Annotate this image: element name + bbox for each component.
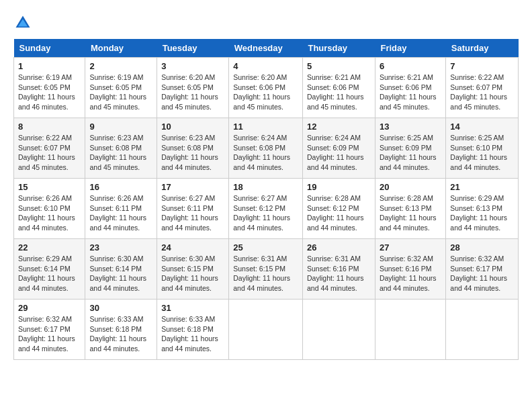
day-info: Sunrise: 6:20 AM Sunset: 6:05 PM Dayligh… — [161, 73, 224, 112]
day-number: 26 — [307, 242, 371, 253]
calendar-week-row: 1 Sunrise: 6:19 AM Sunset: 6:05 PM Dayli… — [14, 58, 519, 118]
day-number: 17 — [161, 182, 224, 192]
day-number: 24 — [161, 242, 224, 253]
day-info: Sunrise: 6:24 AM Sunset: 6:08 PM Dayligh… — [233, 133, 298, 173]
day-info: Sunrise: 6:26 AM Sunset: 6:11 PM Dayligh… — [89, 193, 152, 233]
day-info: Sunrise: 6:24 AM Sunset: 6:09 PM Dayligh… — [307, 133, 371, 173]
day-number: 28 — [450, 242, 514, 253]
calendar-header-sunday: Sunday — [14, 39, 85, 58]
day-info: Sunrise: 6:31 AM Sunset: 6:15 PM Dayligh… — [233, 254, 298, 293]
calendar-cell: 6 Sunrise: 6:21 AM Sunset: 6:06 PM Dayli… — [375, 58, 445, 118]
day-number: 9 — [89, 122, 152, 132]
day-number: 19 — [307, 182, 371, 192]
day-number: 1 — [18, 61, 81, 71]
calendar-header-monday: Monday — [85, 39, 157, 58]
day-info: Sunrise: 6:19 AM Sunset: 6:05 PM Dayligh… — [18, 73, 81, 112]
day-info: Sunrise: 6:31 AM Sunset: 6:16 PM Dayligh… — [307, 254, 371, 293]
day-info: Sunrise: 6:33 AM Sunset: 6:18 PM Dayligh… — [161, 314, 224, 354]
calendar-cell: 15 Sunrise: 6:26 AM Sunset: 6:10 PM Dayl… — [14, 179, 85, 239]
calendar-cell — [229, 300, 303, 360]
day-number: 22 — [18, 242, 81, 253]
day-number: 4 — [233, 61, 298, 71]
day-info: Sunrise: 6:26 AM Sunset: 6:10 PM Dayligh… — [18, 193, 81, 233]
calendar-cell: 29 Sunrise: 6:32 AM Sunset: 6:17 PM Dayl… — [14, 300, 85, 360]
calendar-week-row: 29 Sunrise: 6:32 AM Sunset: 6:17 PM Dayl… — [14, 300, 519, 360]
calendar-cell: 25 Sunrise: 6:31 AM Sunset: 6:15 PM Dayl… — [229, 239, 303, 300]
day-number: 29 — [18, 303, 81, 313]
calendar-header-tuesday: Tuesday — [157, 39, 229, 58]
day-number: 8 — [18, 122, 81, 132]
calendar-cell: 18 Sunrise: 6:27 AM Sunset: 6:12 PM Dayl… — [229, 179, 303, 239]
day-info: Sunrise: 6:27 AM Sunset: 6:11 PM Dayligh… — [161, 193, 224, 233]
day-number: 7 — [450, 61, 514, 71]
day-number: 6 — [380, 61, 441, 71]
day-number: 23 — [89, 242, 152, 253]
day-number: 15 — [18, 182, 81, 192]
calendar-cell — [446, 300, 519, 360]
calendar-week-row: 15 Sunrise: 6:26 AM Sunset: 6:10 PM Dayl… — [14, 179, 519, 239]
day-number: 27 — [380, 242, 441, 253]
day-info: Sunrise: 6:29 AM Sunset: 6:14 PM Dayligh… — [18, 254, 81, 293]
calendar-cell: 31 Sunrise: 6:33 AM Sunset: 6:18 PM Dayl… — [157, 300, 229, 360]
day-info: Sunrise: 6:21 AM Sunset: 6:06 PM Dayligh… — [380, 73, 441, 112]
day-number: 10 — [161, 122, 224, 132]
calendar-cell: 16 Sunrise: 6:26 AM Sunset: 6:11 PM Dayl… — [85, 179, 157, 239]
calendar-week-row: 8 Sunrise: 6:22 AM Sunset: 6:07 PM Dayli… — [14, 118, 519, 179]
calendar-cell: 9 Sunrise: 6:23 AM Sunset: 6:08 PM Dayli… — [85, 118, 157, 179]
calendar-cell: 17 Sunrise: 6:27 AM Sunset: 6:11 PM Dayl… — [157, 179, 229, 239]
calendar-cell: 10 Sunrise: 6:23 AM Sunset: 6:08 PM Dayl… — [157, 118, 229, 179]
day-info: Sunrise: 6:33 AM Sunset: 6:18 PM Dayligh… — [89, 314, 152, 354]
day-info: Sunrise: 6:23 AM Sunset: 6:08 PM Dayligh… — [161, 133, 224, 173]
day-info: Sunrise: 6:22 AM Sunset: 6:07 PM Dayligh… — [18, 133, 81, 173]
day-info: Sunrise: 6:27 AM Sunset: 6:12 PM Dayligh… — [233, 193, 298, 233]
calendar-cell: 21 Sunrise: 6:29 AM Sunset: 6:13 PM Dayl… — [446, 179, 519, 239]
calendar-cell: 22 Sunrise: 6:29 AM Sunset: 6:14 PM Dayl… — [14, 239, 85, 300]
calendar-cell: 26 Sunrise: 6:31 AM Sunset: 6:16 PM Dayl… — [302, 239, 375, 300]
day-number: 18 — [233, 182, 298, 192]
calendar-cell — [302, 300, 375, 360]
day-number: 31 — [161, 303, 224, 313]
calendar-cell: 8 Sunrise: 6:22 AM Sunset: 6:07 PM Dayli… — [14, 118, 85, 179]
calendar-cell: 27 Sunrise: 6:32 AM Sunset: 6:16 PM Dayl… — [375, 239, 445, 300]
day-number: 21 — [450, 182, 514, 192]
calendar-cell: 2 Sunrise: 6:19 AM Sunset: 6:05 PM Dayli… — [85, 58, 157, 118]
day-number: 11 — [233, 122, 298, 132]
page-header — [13, 13, 519, 32]
day-info: Sunrise: 6:29 AM Sunset: 6:13 PM Dayligh… — [450, 193, 514, 233]
calendar-table: SundayMondayTuesdayWednesdayThursdayFrid… — [13, 39, 519, 360]
day-number: 12 — [307, 122, 371, 132]
calendar-cell: 11 Sunrise: 6:24 AM Sunset: 6:08 PM Dayl… — [229, 118, 303, 179]
calendar-cell: 24 Sunrise: 6:30 AM Sunset: 6:15 PM Dayl… — [157, 239, 229, 300]
calendar-header-saturday: Saturday — [446, 39, 519, 58]
day-number: 3 — [161, 61, 224, 71]
calendar-header-friday: Friday — [375, 39, 445, 58]
calendar-cell: 14 Sunrise: 6:25 AM Sunset: 6:10 PM Dayl… — [446, 118, 519, 179]
calendar-cell: 28 Sunrise: 6:32 AM Sunset: 6:17 PM Dayl… — [446, 239, 519, 300]
day-info: Sunrise: 6:28 AM Sunset: 6:12 PM Dayligh… — [307, 193, 371, 233]
calendar-header-wednesday: Wednesday — [229, 39, 303, 58]
day-info: Sunrise: 6:25 AM Sunset: 6:09 PM Dayligh… — [380, 133, 441, 173]
day-info: Sunrise: 6:23 AM Sunset: 6:08 PM Dayligh… — [89, 133, 152, 173]
calendar-cell: 23 Sunrise: 6:30 AM Sunset: 6:14 PM Dayl… — [85, 239, 157, 300]
day-info: Sunrise: 6:30 AM Sunset: 6:14 PM Dayligh… — [89, 254, 152, 293]
calendar-cell: 30 Sunrise: 6:33 AM Sunset: 6:18 PM Dayl… — [85, 300, 157, 360]
calendar-cell: 3 Sunrise: 6:20 AM Sunset: 6:05 PM Dayli… — [157, 58, 229, 118]
day-number: 25 — [233, 242, 298, 253]
calendar-cell: 1 Sunrise: 6:19 AM Sunset: 6:05 PM Dayli… — [14, 58, 85, 118]
calendar-cell: 4 Sunrise: 6:20 AM Sunset: 6:06 PM Dayli… — [229, 58, 303, 118]
calendar-cell: 7 Sunrise: 6:22 AM Sunset: 6:07 PM Dayli… — [446, 58, 519, 118]
calendar-cell: 5 Sunrise: 6:21 AM Sunset: 6:06 PM Dayli… — [302, 58, 375, 118]
calendar-cell: 12 Sunrise: 6:24 AM Sunset: 6:09 PM Dayl… — [302, 118, 375, 179]
calendar-cell: 13 Sunrise: 6:25 AM Sunset: 6:09 PM Dayl… — [375, 118, 445, 179]
calendar-cell: 20 Sunrise: 6:28 AM Sunset: 6:13 PM Dayl… — [375, 179, 445, 239]
day-number: 30 — [89, 303, 152, 313]
day-number: 5 — [307, 61, 371, 71]
calendar-header-row: SundayMondayTuesdayWednesdayThursdayFrid… — [14, 39, 519, 58]
day-number: 13 — [380, 122, 441, 132]
calendar-week-row: 22 Sunrise: 6:29 AM Sunset: 6:14 PM Dayl… — [14, 239, 519, 300]
day-info: Sunrise: 6:19 AM Sunset: 6:05 PM Dayligh… — [89, 73, 152, 112]
day-number: 14 — [450, 122, 514, 132]
day-info: Sunrise: 6:28 AM Sunset: 6:13 PM Dayligh… — [380, 193, 441, 233]
day-info: Sunrise: 6:32 AM Sunset: 6:17 PM Dayligh… — [450, 254, 514, 293]
calendar-cell — [375, 300, 445, 360]
